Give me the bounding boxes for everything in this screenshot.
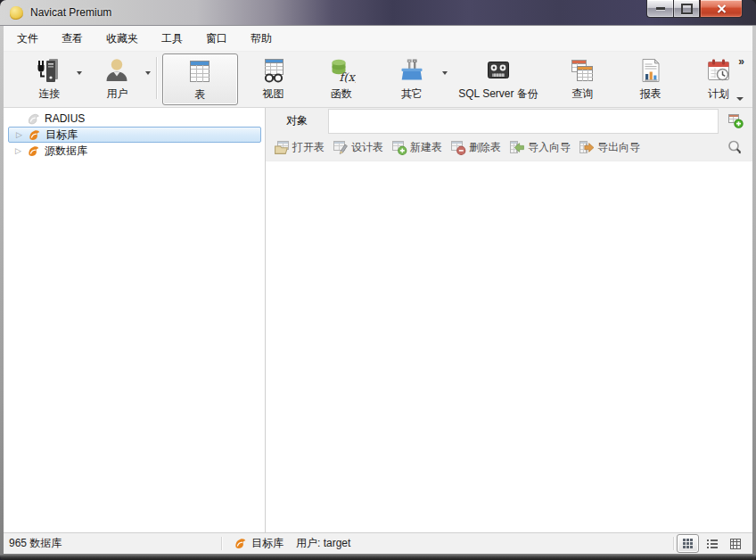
functions-button[interactable]: f(x) 函数 <box>308 52 375 107</box>
window-frame-right <box>752 26 756 554</box>
navicat-window: Navicat Premium 文件 查看 收藏夹 工具 窗口 帮助 <box>0 0 756 560</box>
detail-view-icon <box>729 538 741 549</box>
toolbar-overflow-chevron-icon[interactable]: » <box>738 55 744 68</box>
export-wizard-button[interactable]: 导出向导 <box>579 140 640 155</box>
menu-bar: 文件 查看 收藏夹 工具 窗口 帮助 <box>4 26 752 52</box>
views-label: 视图 <box>263 86 284 102</box>
export-wizard-label: 导出向导 <box>597 140 640 155</box>
toolbar-more-arrow-icon[interactable] <box>736 97 744 101</box>
others-button[interactable]: 其它 <box>375 52 448 107</box>
list-view-button[interactable] <box>702 535 722 552</box>
others-label: 其它 <box>401 86 423 102</box>
connection-label: 连接 <box>38 86 60 102</box>
menu-window[interactable]: 窗口 <box>194 28 239 50</box>
query-button[interactable]: 查询 <box>548 52 616 107</box>
close-button[interactable] <box>700 0 743 18</box>
tree-item-label: 目标库 <box>45 128 78 143</box>
delete-table-label: 删除表 <box>469 140 501 155</box>
empty-tab-strip <box>328 109 719 134</box>
tables-label: 表 <box>194 87 205 103</box>
tree-row-target-db[interactable]: ▷ 目标库 <box>8 127 261 143</box>
menu-view[interactable]: 查看 <box>50 28 94 50</box>
app-logo-icon <box>10 6 23 20</box>
function-icon: f(x) <box>326 55 357 86</box>
backup-icon <box>483 55 514 86</box>
expand-arrow-icon[interactable]: ▷ <box>15 147 21 155</box>
statusbar-separator <box>673 537 674 550</box>
design-table-button[interactable]: 设计表 <box>333 140 383 155</box>
menu-file[interactable]: 文件 <box>5 28 50 50</box>
object-tab-bar: 对象 <box>266 108 752 134</box>
backup-label: SQL Server 备份 <box>458 86 538 102</box>
user-dropdown-icon[interactable] <box>145 71 151 75</box>
query-icon <box>567 55 597 86</box>
window-controls <box>646 0 743 18</box>
new-table-icon <box>391 140 407 155</box>
tree-row-source-db[interactable]: ▷ 源数据库 <box>4 143 265 159</box>
user-name-label: 用户: target <box>296 536 350 551</box>
main-toolbar: 连接 用户 <box>4 52 752 108</box>
expand-arrow-icon[interactable]: ▷ <box>16 131 22 139</box>
schedule-label: 计划 <box>708 86 729 102</box>
mysql-connection-closed-icon <box>27 112 40 126</box>
tables-button[interactable]: 表 <box>162 54 239 105</box>
new-table-label: 新建表 <box>410 140 442 155</box>
tree-item-label: 源数据库 <box>45 144 87 159</box>
object-toolbar: 打开表 <box>266 134 752 161</box>
menu-help[interactable]: 帮助 <box>239 28 284 50</box>
object-list-area <box>266 161 752 532</box>
import-wizard-label: 导入向导 <box>528 140 571 155</box>
report-button[interactable]: 报表 <box>616 52 684 107</box>
restore-button[interactable] <box>673 0 700 18</box>
report-label: 报表 <box>640 86 662 102</box>
others-dropdown-icon[interactable] <box>442 71 448 75</box>
minimize-icon <box>656 7 665 10</box>
new-table-plus-icon <box>727 113 744 128</box>
delete-table-button[interactable]: 删除表 <box>450 140 501 155</box>
current-connection: 目标库 用户: target <box>222 536 350 551</box>
new-table-tab-button[interactable] <box>719 108 752 134</box>
toolbox-icon <box>397 55 427 86</box>
connection-icon <box>34 55 64 86</box>
query-label: 查询 <box>571 86 593 102</box>
views-button[interactable]: 视图 <box>239 52 307 107</box>
report-icon <box>636 55 666 86</box>
menu-tools[interactable]: 工具 <box>150 28 194 50</box>
tree-row-radius[interactable]: RADIUS <box>4 111 265 127</box>
detail-view-button[interactable] <box>725 535 745 552</box>
open-table-button[interactable]: 打开表 <box>274 140 325 155</box>
grid-view-icon <box>682 538 694 549</box>
icon-view-button[interactable] <box>677 534 699 553</box>
tab-objects[interactable]: 对象 <box>266 108 328 134</box>
user-icon <box>102 55 132 86</box>
functions-label: 函数 <box>331 86 352 102</box>
delete-table-icon <box>450 140 466 155</box>
design-table-icon <box>333 140 349 155</box>
open-table-icon <box>274 140 290 155</box>
import-wizard-icon <box>509 140 525 155</box>
new-table-button[interactable]: 新建表 <box>391 140 442 155</box>
window-frame-bottom <box>0 554 756 560</box>
status-bar: 965 数据库 目标库 用户: target <box>4 532 752 554</box>
backup-button[interactable]: SQL Server 备份 <box>448 52 548 107</box>
connection-dropdown-icon[interactable] <box>77 71 82 75</box>
minimize-button[interactable] <box>646 0 673 18</box>
connection-name-label: 目标库 <box>251 536 284 551</box>
search-button[interactable] <box>726 138 744 156</box>
view-icon <box>259 55 289 86</box>
import-wizard-button[interactable]: 导入向导 <box>509 140 571 155</box>
window-title: Navicat Premium <box>30 6 111 19</box>
menu-favorites[interactable]: 收藏夹 <box>94 28 150 50</box>
schedule-icon <box>703 55 734 86</box>
search-icon <box>727 139 743 155</box>
svg-text:f(x): f(x) <box>339 70 356 84</box>
export-wizard-icon <box>579 140 595 155</box>
tree-item-label: RADIUS <box>45 112 85 125</box>
design-table-label: 设计表 <box>351 140 383 155</box>
close-icon <box>717 4 727 13</box>
user-button[interactable]: 用户 <box>83 52 151 107</box>
mysql-connection-open-icon <box>234 537 247 550</box>
title-bar[interactable]: Navicat Premium <box>0 0 756 26</box>
user-label: 用户 <box>106 86 127 102</box>
connection-button[interactable]: 连接 <box>15 52 83 107</box>
